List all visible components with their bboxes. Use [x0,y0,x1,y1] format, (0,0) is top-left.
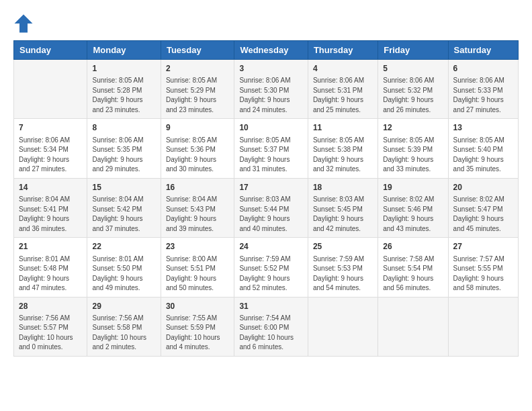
cell-info: Sunrise: 8:06 AM [19,136,82,146]
calendar-cell: 18Sunrise: 8:03 AMSunset: 5:45 PMDayligh… [308,178,378,237]
day-number: 29 [92,301,155,312]
cell-info: and 40 minutes. [239,224,302,234]
cell-info: Daylight: 9 hours [166,155,229,165]
cell-info: Sunset: 5:39 PM [383,145,443,155]
cell-info: Sunset: 5:48 PM [19,264,82,274]
header-day-monday: Monday [87,41,161,60]
cell-info: Sunrise: 8:04 AM [166,195,229,205]
calendar-cell: 19Sunrise: 8:02 AMSunset: 5:46 PMDayligh… [378,178,448,237]
cell-info: Sunrise: 8:05 AM [166,136,229,146]
cell-info: Sunset: 5:41 PM [19,205,82,215]
cell-info: Daylight: 9 hours [239,95,302,105]
cell-info: Daylight: 9 hours [166,95,229,105]
cell-info: and 31 minutes. [239,165,302,175]
cell-info: Daylight: 9 hours [166,214,229,224]
logo-icon [13,13,34,34]
cell-info: Sunset: 5:51 PM [166,264,229,274]
cell-info: Sunset: 5:47 PM [453,205,513,215]
cell-info: and 29 minutes. [92,165,155,175]
cell-info: Sunrise: 7:54 AM [239,314,302,324]
cell-info: and 6 minutes. [239,342,302,353]
cell-info: Daylight: 9 hours [313,274,373,284]
cell-info: and 2 minutes. [92,342,155,353]
cell-info: Sunrise: 8:05 AM [313,136,373,146]
cell-info: Sunset: 5:30 PM [239,86,302,96]
cell-info: Daylight: 9 hours [313,155,373,165]
cell-info: and 0 minutes. [19,342,82,353]
cell-info: and 27 minutes. [453,105,513,116]
calendar-cell: 10Sunrise: 8:05 AMSunset: 5:37 PMDayligh… [234,119,308,178]
cell-info: Sunset: 5:54 PM [383,264,443,274]
cell-info: Daylight: 9 hours [239,155,302,165]
day-number: 15 [92,182,155,193]
cell-info: Sunset: 5:52 PM [239,264,302,274]
day-number: 3 [239,63,302,75]
header [13,13,519,34]
cell-info: Sunrise: 7:56 AM [92,314,155,324]
calendar-cell: 20Sunrise: 8:02 AMSunset: 5:47 PMDayligh… [448,178,518,237]
cell-info: and 37 minutes. [92,224,155,234]
calendar-body: 1Sunrise: 8:05 AMSunset: 5:28 PMDaylight… [14,60,519,357]
calendar-cell: 22Sunrise: 8:01 AMSunset: 5:50 PMDayligh… [87,238,161,297]
calendar-cell [378,297,448,356]
cell-info: Daylight: 9 hours [239,274,302,284]
day-number: 16 [166,182,229,193]
calendar-cell: 8Sunrise: 8:06 AMSunset: 5:35 PMDaylight… [87,119,161,178]
cell-info: Sunset: 5:53 PM [313,264,373,274]
cell-info: Daylight: 10 hours [92,333,155,343]
cell-info: Daylight: 9 hours [19,214,82,224]
cell-info: and 56 minutes. [383,283,443,293]
cell-info: and 42 minutes. [313,224,373,234]
cell-info: Sunrise: 7:59 AM [313,255,373,265]
day-number: 13 [453,122,513,134]
cell-info: Daylight: 9 hours [92,155,155,165]
day-number: 12 [383,122,443,134]
cell-info: Sunrise: 8:06 AM [313,76,373,86]
cell-info: and 45 minutes. [453,224,513,234]
cell-info: Sunrise: 8:06 AM [453,76,513,86]
header-day-tuesday: Tuesday [161,41,234,60]
calendar-cell: 17Sunrise: 8:03 AMSunset: 5:44 PMDayligh… [234,178,308,237]
cell-info: Sunrise: 7:56 AM [19,314,82,324]
calendar-cell: 15Sunrise: 8:04 AMSunset: 5:42 PMDayligh… [87,178,161,237]
day-number: 18 [313,182,373,193]
cell-info: and 24 minutes. [239,105,302,116]
week-row-3: 14Sunrise: 8:04 AMSunset: 5:41 PMDayligh… [14,178,519,237]
cell-info: Sunrise: 8:05 AM [166,76,229,86]
day-number: 17 [239,182,302,193]
cell-info: Sunrise: 8:01 AM [92,255,155,265]
cell-info: Sunset: 5:33 PM [453,86,513,96]
cell-info: Sunrise: 8:06 AM [239,76,302,86]
cell-info: Sunset: 5:43 PM [166,205,229,215]
header-day-wednesday: Wednesday [234,41,308,60]
cell-info: Sunrise: 8:02 AM [383,195,443,205]
day-number: 24 [239,241,302,253]
cell-info: Sunset: 5:29 PM [166,86,229,96]
cell-info: Sunrise: 8:05 AM [453,136,513,146]
cell-info: Daylight: 9 hours [453,95,513,105]
cell-info: Sunrise: 8:01 AM [19,255,82,265]
cell-info: and 32 minutes. [313,165,373,175]
cell-info: Sunset: 5:46 PM [383,205,443,215]
cell-info: Daylight: 9 hours [313,214,373,224]
cell-info: Daylight: 10 hours [239,333,302,343]
calendar-cell: 5Sunrise: 8:06 AMSunset: 5:32 PMDaylight… [378,60,448,119]
cell-info: Sunrise: 8:05 AM [92,76,155,86]
cell-info: Sunset: 5:36 PM [166,145,229,155]
calendar-cell [14,60,87,119]
svg-marker-0 [15,15,33,33]
day-number: 28 [19,301,82,312]
cell-info: and 50 minutes. [166,283,229,293]
cell-info: Daylight: 9 hours [92,274,155,284]
day-number: 11 [313,122,373,134]
calendar-cell: 29Sunrise: 7:56 AMSunset: 5:58 PMDayligh… [87,297,161,356]
cell-info: Sunset: 5:37 PM [239,145,302,155]
day-number: 26 [383,241,443,253]
day-number: 19 [383,182,443,193]
cell-info: Sunset: 5:59 PM [166,323,229,333]
calendar-cell: 3Sunrise: 8:06 AMSunset: 5:30 PMDaylight… [234,60,308,119]
day-number: 2 [166,63,229,75]
calendar-cell: 11Sunrise: 8:05 AMSunset: 5:38 PMDayligh… [308,119,378,178]
cell-info: Sunset: 5:42 PM [92,205,155,215]
logo [13,13,36,34]
